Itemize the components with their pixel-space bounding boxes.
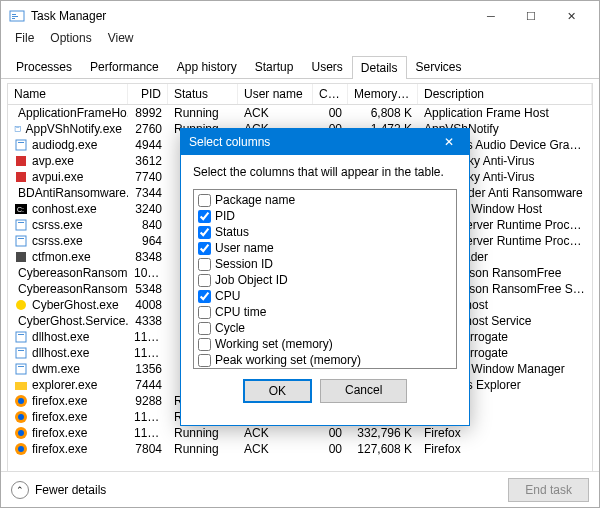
- table-row[interactable]: firefox.exe11680RunningACK00332,796 KFir…: [8, 425, 592, 441]
- table-cell: 4944: [128, 137, 168, 153]
- menu-file[interactable]: File: [7, 31, 42, 51]
- dialog-close-button[interactable]: ✕: [437, 135, 461, 149]
- checkbox[interactable]: [198, 226, 211, 239]
- fewer-details-button[interactable]: ⌃ Fewer details: [11, 481, 106, 499]
- table-cell: CybereasonRansom...: [8, 281, 128, 297]
- tab-services[interactable]: Services: [407, 55, 471, 78]
- svg-rect-31: [18, 350, 24, 351]
- checklist-item[interactable]: User name: [198, 240, 452, 256]
- column-header[interactable]: Name: [8, 84, 128, 104]
- checkbox[interactable]: [198, 274, 211, 287]
- tab-performance[interactable]: Performance: [81, 55, 168, 78]
- table-cell: 4008: [128, 297, 168, 313]
- checkbox[interactable]: [198, 290, 211, 303]
- table-cell: BBDAntiRansomware...: [8, 185, 128, 201]
- dialog-message: Select the columns that will appear in t…: [193, 165, 457, 179]
- table-row[interactable]: firefox.exe7804RunningACK00127,608 KFire…: [8, 441, 592, 457]
- svg-rect-1: [12, 14, 16, 15]
- checkbox[interactable]: [198, 258, 211, 271]
- table-cell: AppVShNotify.exe: [8, 121, 128, 137]
- minimize-button[interactable]: ─: [471, 1, 511, 31]
- table-cell: dllhost.exe: [8, 345, 128, 361]
- tab-startup[interactable]: Startup: [246, 55, 303, 78]
- table-row[interactable]: ApplicationFrameHo...8992RunningACK006,8…: [8, 105, 592, 121]
- column-header[interactable]: Memory (p...: [348, 84, 418, 104]
- svg-rect-28: [16, 332, 26, 342]
- svg-rect-30: [16, 348, 26, 358]
- checkbox[interactable]: [198, 306, 211, 319]
- table-cell: 11496: [128, 329, 168, 345]
- table-cell: CyberGhost.Service....: [8, 313, 128, 329]
- menu-view[interactable]: View: [100, 31, 142, 51]
- checkbox-label: CPU time: [215, 305, 266, 319]
- table-cell: ACK: [238, 441, 313, 457]
- column-header[interactable]: Status: [168, 84, 238, 104]
- svg-point-42: [18, 446, 24, 452]
- column-header[interactable]: PID: [128, 84, 168, 104]
- tabs: ProcessesPerformanceApp historyStartupUs…: [1, 55, 599, 79]
- checklist-item[interactable]: Peak working set (memory): [198, 352, 452, 368]
- checklist-item[interactable]: Working set (memory): [198, 336, 452, 352]
- table-cell: 00: [313, 425, 348, 441]
- column-checklist[interactable]: Package namePIDStatusUser nameSession ID…: [193, 189, 457, 369]
- table-cell: 9288: [128, 393, 168, 409]
- close-button[interactable]: ✕: [551, 1, 591, 31]
- ok-button[interactable]: OK: [243, 379, 312, 403]
- checkbox-label: Status: [215, 225, 249, 239]
- dialog-titlebar: Select columns ✕: [181, 129, 469, 155]
- checkbox-label: Working set (memory): [215, 337, 333, 351]
- menu-options[interactable]: Options: [42, 31, 99, 51]
- svg-rect-20: [16, 252, 26, 262]
- table-cell: firefox.exe: [8, 409, 128, 425]
- end-task-button[interactable]: End task: [508, 478, 589, 502]
- tab-users[interactable]: Users: [302, 55, 351, 78]
- svg-rect-10: [16, 156, 26, 166]
- table-cell: 3612: [128, 153, 168, 169]
- titlebar: Task Manager ─ ☐ ✕: [1, 1, 599, 31]
- checklist-item[interactable]: Status: [198, 224, 452, 240]
- checkbox[interactable]: [198, 338, 211, 351]
- checkbox[interactable]: [198, 354, 211, 367]
- checkbox[interactable]: [198, 194, 211, 207]
- tab-details[interactable]: Details: [352, 56, 407, 79]
- checkbox[interactable]: [198, 242, 211, 255]
- svg-rect-29: [18, 334, 24, 335]
- checkbox-label: Session ID: [215, 257, 273, 271]
- tab-app-history[interactable]: App history: [168, 55, 246, 78]
- tab-processes[interactable]: Processes: [7, 55, 81, 78]
- svg-rect-6: [15, 126, 20, 131]
- window-title: Task Manager: [31, 9, 471, 23]
- checklist-item[interactable]: CPU: [198, 288, 452, 304]
- table-cell: ctfmon.exe: [8, 249, 128, 265]
- svg-rect-18: [16, 236, 26, 246]
- checkbox-label: PID: [215, 209, 235, 223]
- column-header[interactable]: CPU: [313, 84, 348, 104]
- select-columns-dialog: Select columns ✕ Select the columns that…: [180, 128, 470, 426]
- column-header[interactable]: User name: [238, 84, 313, 104]
- cancel-button[interactable]: Cancel: [320, 379, 407, 403]
- checkbox[interactable]: [198, 210, 211, 223]
- maximize-button[interactable]: ☐: [511, 1, 551, 31]
- checkbox[interactable]: [198, 322, 211, 335]
- table-cell: 7740: [128, 169, 168, 185]
- table-cell: csrss.exe: [8, 233, 128, 249]
- table-cell: dllhost.exe: [8, 329, 128, 345]
- table-cell: 10028: [128, 265, 168, 281]
- table-cell: firefox.exe: [8, 441, 128, 457]
- column-header[interactable]: Description: [418, 84, 592, 104]
- checklist-item[interactable]: Cycle: [198, 320, 452, 336]
- table-cell: ACK: [238, 425, 313, 441]
- checklist-item[interactable]: Package name: [198, 192, 452, 208]
- table-cell: 8992: [128, 105, 168, 121]
- checklist-item[interactable]: PID: [198, 208, 452, 224]
- table-cell: csrss.exe: [8, 217, 128, 233]
- table-cell: C:conhost.exe: [8, 201, 128, 217]
- checklist-item[interactable]: Job Object ID: [198, 272, 452, 288]
- svg-rect-17: [18, 222, 24, 223]
- checklist-item[interactable]: CPU time: [198, 304, 452, 320]
- chevron-up-icon: ⌃: [11, 481, 29, 499]
- svg-text:C:: C:: [17, 206, 24, 213]
- checklist-item[interactable]: Session ID: [198, 256, 452, 272]
- svg-rect-11: [16, 172, 26, 182]
- svg-point-36: [18, 398, 24, 404]
